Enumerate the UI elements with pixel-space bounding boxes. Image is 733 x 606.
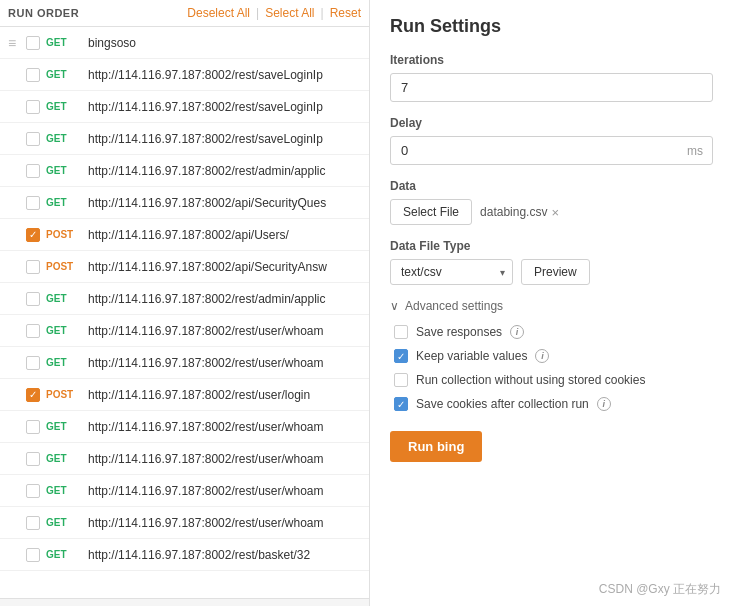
- file-close-icon[interactable]: ×: [551, 205, 559, 220]
- keep-variable-row: Keep variable values i: [394, 349, 713, 363]
- method-badge: GET: [46, 517, 82, 528]
- run-url: http://114.116.97.187:8002/api/SecurityQ…: [88, 196, 361, 210]
- run-item: GEThttp://114.116.97.187:8002/rest/user/…: [0, 347, 369, 379]
- delay-unit: ms: [687, 144, 703, 158]
- method-badge: GET: [46, 453, 82, 464]
- iterations-label: Iterations: [390, 53, 713, 67]
- method-badge: GET: [46, 421, 82, 432]
- run-item-checkbox[interactable]: [26, 132, 40, 146]
- run-button[interactable]: Run bing: [390, 431, 482, 462]
- run-url: http://114.116.97.187:8002/rest/admin/ap…: [88, 164, 361, 178]
- delay-label: Delay: [390, 116, 713, 130]
- preview-button[interactable]: Preview: [521, 259, 590, 285]
- file-type-row: text/csv application/json ▾ Preview: [390, 259, 713, 285]
- save-responses-label: Save responses: [416, 325, 502, 339]
- left-header: RUN ORDER Deselect All | Select All | Re…: [0, 0, 369, 27]
- file-name-text: databing.csv: [480, 205, 547, 219]
- run-item-checkbox[interactable]: [26, 164, 40, 178]
- run-item: GEThttp://114.116.97.187:8002/rest/user/…: [0, 315, 369, 347]
- iterations-input[interactable]: [390, 73, 713, 102]
- chevron-icon: ∨: [390, 299, 399, 313]
- data-file-type-label: Data File Type: [390, 239, 713, 253]
- run-item: GEThttp://114.116.97.187:8002/rest/user/…: [0, 411, 369, 443]
- method-badge: GET: [46, 325, 82, 336]
- run-url: http://114.116.97.187:8002/rest/saveLogi…: [88, 68, 361, 82]
- data-label: Data: [390, 179, 713, 193]
- run-item: POSThttp://114.116.97.187:8002/api/Users…: [0, 219, 369, 251]
- run-url: http://114.116.97.187:8002/api/SecurityA…: [88, 260, 361, 274]
- run-item-checkbox[interactable]: [26, 292, 40, 306]
- run-item-checkbox[interactable]: [26, 68, 40, 82]
- run-url: http://114.116.97.187:8002/rest/user/who…: [88, 420, 361, 434]
- run-item-checkbox[interactable]: [26, 388, 40, 402]
- run-without-cookies-checkbox[interactable]: [394, 373, 408, 387]
- run-item: GEThttp://114.116.97.187:8002/rest/user/…: [0, 443, 369, 475]
- run-item: GEThttp://114.116.97.187:8002/rest/saveL…: [0, 59, 369, 91]
- keep-variable-checkbox[interactable]: [394, 349, 408, 363]
- right-panel: Run Settings Iterations Delay ms Data Se…: [370, 0, 733, 606]
- select-all-link[interactable]: Select All: [265, 6, 314, 20]
- run-item-checkbox[interactable]: [26, 36, 40, 50]
- panel-title: Run Settings: [390, 16, 713, 37]
- save-cookies-checkbox[interactable]: [394, 397, 408, 411]
- run-url: http://114.116.97.187:8002/rest/user/log…: [88, 388, 361, 402]
- save-responses-checkbox[interactable]: [394, 325, 408, 339]
- left-panel: RUN ORDER Deselect All | Select All | Re…: [0, 0, 370, 606]
- run-item: POSThttp://114.116.97.187:8002/api/Secur…: [0, 251, 369, 283]
- bottom-scroll-bar[interactable]: [0, 598, 369, 606]
- advanced-content: Save responses i Keep variable values i …: [390, 325, 713, 411]
- run-item-checkbox[interactable]: [26, 196, 40, 210]
- method-badge: GET: [46, 549, 82, 560]
- sep2: |: [321, 6, 324, 20]
- reset-link[interactable]: Reset: [330, 6, 361, 20]
- method-badge: GET: [46, 485, 82, 496]
- run-item: GEThttp://114.116.97.187:8002/rest/admin…: [0, 155, 369, 187]
- run-item-checkbox[interactable]: [26, 420, 40, 434]
- sep1: |: [256, 6, 259, 20]
- select-file-button[interactable]: Select File: [390, 199, 472, 225]
- run-item-checkbox[interactable]: [26, 516, 40, 530]
- run-list: ≡GETbingsosoGEThttp://114.116.97.187:800…: [0, 27, 369, 598]
- advanced-toggle[interactable]: ∨ Advanced settings: [390, 299, 713, 313]
- run-url: http://114.116.97.187:8002/rest/saveLogi…: [88, 132, 361, 146]
- run-url: http://114.116.97.187:8002/rest/user/who…: [88, 356, 361, 370]
- save-cookies-row: Save cookies after collection run i: [394, 397, 713, 411]
- method-badge: GET: [46, 357, 82, 368]
- file-type-select[interactable]: text/csv application/json: [390, 259, 513, 285]
- keep-variable-label: Keep variable values: [416, 349, 527, 363]
- run-item: GEThttp://114.116.97.187:8002/rest/admin…: [0, 283, 369, 315]
- run-without-cookies-row: Run collection without using stored cook…: [394, 373, 713, 387]
- deselect-all-link[interactable]: Deselect All: [187, 6, 250, 20]
- run-item-checkbox[interactable]: [26, 260, 40, 274]
- data-row: Select File databing.csv ×: [390, 199, 713, 225]
- run-item-checkbox[interactable]: [26, 452, 40, 466]
- method-badge: GET: [46, 197, 82, 208]
- run-url: http://114.116.97.187:8002/rest/user/who…: [88, 324, 361, 338]
- run-item: GEThttp://114.116.97.187:8002/api/Securi…: [0, 187, 369, 219]
- method-badge: POST: [46, 261, 82, 272]
- method-badge: GET: [46, 101, 82, 112]
- data-file-type-group: Data File Type text/csv application/json…: [390, 239, 713, 285]
- save-cookies-info-icon: i: [597, 397, 611, 411]
- method-badge: GET: [46, 293, 82, 304]
- run-url: http://114.116.97.187:8002/rest/admin/ap…: [88, 292, 361, 306]
- run-order-title: RUN ORDER: [8, 7, 181, 19]
- keep-variable-info-icon: i: [535, 349, 549, 363]
- run-item: GEThttp://114.116.97.187:8002/rest/baske…: [0, 539, 369, 571]
- run-item-checkbox[interactable]: [26, 100, 40, 114]
- advanced-settings-label: Advanced settings: [405, 299, 503, 313]
- run-without-cookies-label: Run collection without using stored cook…: [416, 373, 645, 387]
- drag-handle-icon[interactable]: ≡: [8, 35, 20, 51]
- run-item-checkbox[interactable]: [26, 484, 40, 498]
- file-name-display: databing.csv ×: [480, 205, 559, 220]
- run-item-checkbox[interactable]: [26, 356, 40, 370]
- run-item: GEThttp://114.116.97.187:8002/rest/user/…: [0, 507, 369, 539]
- run-item-checkbox[interactable]: [26, 228, 40, 242]
- method-badge: GET: [46, 69, 82, 80]
- run-url: http://114.116.97.187:8002/rest/user/who…: [88, 516, 361, 530]
- run-url: http://114.116.97.187:8002/rest/user/who…: [88, 484, 361, 498]
- run-url: http://114.116.97.187:8002/rest/basket/3…: [88, 548, 361, 562]
- run-item-checkbox[interactable]: [26, 324, 40, 338]
- run-item-checkbox[interactable]: [26, 548, 40, 562]
- delay-input[interactable]: [390, 136, 713, 165]
